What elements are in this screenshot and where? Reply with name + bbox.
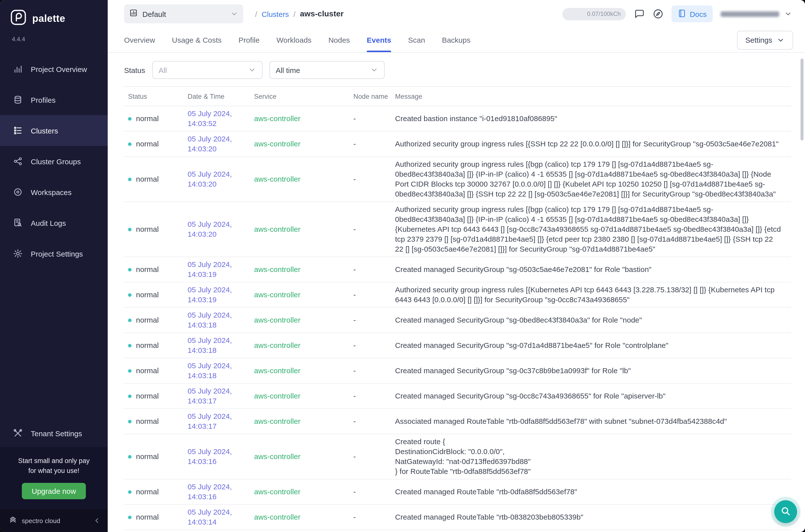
service-cell: aws-controller: [254, 290, 353, 300]
breadcrumb: / Clusters / aws-cluster: [255, 10, 344, 18]
target-icon: [13, 187, 23, 197]
node-cell: -: [353, 139, 395, 149]
status-filter-select[interactable]: All: [152, 61, 262, 79]
status-cell: normal: [124, 391, 188, 401]
service-cell: aws-controller: [254, 139, 353, 149]
date-cell: 05 July 2024,14:03:18: [188, 336, 254, 355]
service-cell: aws-controller: [254, 416, 353, 426]
status-dot-icon: [128, 117, 132, 120]
tab-overview[interactable]: Overview: [124, 28, 155, 52]
sidebar-item-tenant-settings[interactable]: Tenant Settings: [0, 419, 108, 447]
scrollbar-thumb[interactable]: [801, 59, 804, 140]
status-dot-icon: [128, 268, 132, 271]
promo-text: Start small and only pay for what you us…: [0, 456, 108, 476]
date-cell: 05 July 2024,14:03:20: [188, 169, 254, 189]
sidebar-item-clusters[interactable]: Clusters: [0, 115, 108, 146]
event-row: normal05 July 2024,14:03:20aws-controlle…: [124, 132, 791, 157]
search-fab-button[interactable]: [774, 500, 797, 523]
sidebar-item-cluster-groups[interactable]: Cluster Groups: [0, 146, 108, 177]
status-dot-icon: [128, 293, 132, 297]
status-dot-icon: [128, 344, 132, 347]
tab-scan[interactable]: Scan: [408, 28, 425, 52]
event-row: normal05 July 2024,14:03:18aws-controlle…: [124, 358, 791, 384]
scrollbar[interactable]: [801, 59, 804, 406]
status-cell: normal: [124, 224, 188, 234]
chat-icon[interactable]: [634, 8, 645, 19]
status-cell: normal: [124, 340, 188, 350]
service-cell: aws-controller: [254, 265, 353, 274]
status-cell: normal: [124, 366, 188, 376]
tab-profile[interactable]: Profile: [238, 28, 260, 52]
tab-backups[interactable]: Backups: [442, 28, 471, 52]
filter-bar: Status All All time: [124, 60, 791, 79]
service-cell: aws-controller: [254, 174, 353, 184]
message-cell: Created route { DestinationCidrBlock: "0…: [395, 437, 791, 476]
settings-button[interactable]: Settings: [737, 31, 793, 50]
main-area: Default / Clusters / aws-cluster 0.07/10…: [108, 0, 805, 532]
sidebar-nav: Project OverviewProfilesClustersCluster …: [0, 54, 108, 269]
sidebar-item-label: Clusters: [31, 126, 58, 135]
message-cell: Associated managed RouteTable "rtb-0dfa8…: [395, 416, 791, 426]
status-cell: normal: [124, 315, 188, 325]
upgrade-button[interactable]: Upgrade now: [22, 483, 86, 499]
tab-events[interactable]: Events: [367, 28, 391, 52]
service-cell: aws-controller: [254, 391, 353, 401]
status-dot-icon: [128, 369, 132, 373]
collapse-sidebar-icon[interactable]: [93, 517, 101, 525]
tab-workloads[interactable]: Workloads: [276, 28, 311, 52]
version-label: 4.4.4: [0, 28, 108, 43]
sidebar-item-workspaces[interactable]: Workspaces: [0, 177, 108, 207]
sidebar-item-profiles[interactable]: Profiles: [0, 84, 108, 115]
node-cell: -: [353, 315, 395, 325]
date-cell: 05 July 2024,14:03:16: [188, 482, 254, 502]
palette-logo-icon: [10, 9, 27, 28]
usage-meter: 0.07/100kCh: [562, 8, 626, 20]
event-row: normal05 July 2024,14:03:20aws-controlle…: [124, 202, 791, 257]
status-dot-icon: [128, 490, 132, 494]
message-cell: Created bastion instance "i-01ed91810af0…: [395, 114, 791, 124]
bar-chart-icon: [13, 64, 23, 74]
date-cell: 05 July 2024,14:03:18: [188, 361, 254, 381]
docs-button[interactable]: Docs: [671, 5, 713, 22]
node-cell: -: [353, 512, 395, 522]
sidebar-item-project-settings[interactable]: Project Settings: [0, 238, 108, 269]
events-table: StatusDate & TimeServiceNode nameMessage…: [124, 87, 791, 530]
chevron-down-icon: [248, 66, 256, 74]
sidebar-item-label: Audit Logs: [31, 218, 66, 227]
compass-icon[interactable]: [653, 8, 664, 19]
date-cell: 05 July 2024,14:03:20: [188, 134, 254, 154]
layers-icon: [13, 95, 23, 105]
service-cell: aws-controller: [254, 512, 353, 522]
event-row: normal05 July 2024,14:03:18aws-controlle…: [124, 308, 791, 333]
time-filter-select[interactable]: All time: [269, 61, 384, 79]
project-selector[interactable]: Default: [124, 4, 243, 23]
project-icon: [129, 8, 138, 19]
tab-nodes[interactable]: Nodes: [328, 28, 350, 52]
node-cell: -: [353, 174, 395, 184]
column-header-node-name: Node name: [353, 93, 395, 100]
chevron-down-icon: [370, 66, 378, 74]
message-cell: Authorized security group ingress rules …: [395, 139, 791, 149]
message-cell: Created managed SecurityGroup "sg-0bed8e…: [395, 315, 791, 325]
message-cell: Created managed SecurityGroup "sg-07d1a4…: [395, 340, 791, 350]
table-body: normal05 July 2024,14:03:52aws-controlle…: [124, 106, 791, 530]
status-dot-icon: [128, 394, 132, 398]
date-cell: 05 July 2024,14:03:14: [188, 507, 254, 527]
event-row: normal05 July 2024,14:03:19aws-controlle…: [124, 282, 791, 308]
chevron-down-icon: [784, 10, 792, 18]
sidebar-footer: spectro cloud: [0, 509, 108, 532]
spectro-cloud-logo-icon: [8, 515, 18, 527]
sidebar-item-project-overview[interactable]: Project Overview: [0, 54, 108, 84]
brand: palette: [0, 0, 108, 28]
breadcrumb-clusters-link[interactable]: Clusters: [262, 10, 289, 18]
share-icon: [13, 156, 23, 166]
user-menu[interactable]: [721, 10, 793, 18]
sidebar-item-label: Profiles: [31, 96, 56, 104]
tab-usage-costs[interactable]: Usage & Costs: [172, 28, 222, 52]
column-header-message: Message: [395, 93, 791, 100]
top-bar: Default / Clusters / aws-cluster 0.07/10…: [108, 0, 805, 28]
sidebar-item-audit-logs[interactable]: Audit Logs: [0, 207, 108, 238]
date-cell: 05 July 2024,14:03:19: [188, 260, 254, 279]
date-cell: 05 July 2024,14:03:19: [188, 285, 254, 305]
message-cell: Authorized security group ingress rules …: [395, 205, 791, 254]
